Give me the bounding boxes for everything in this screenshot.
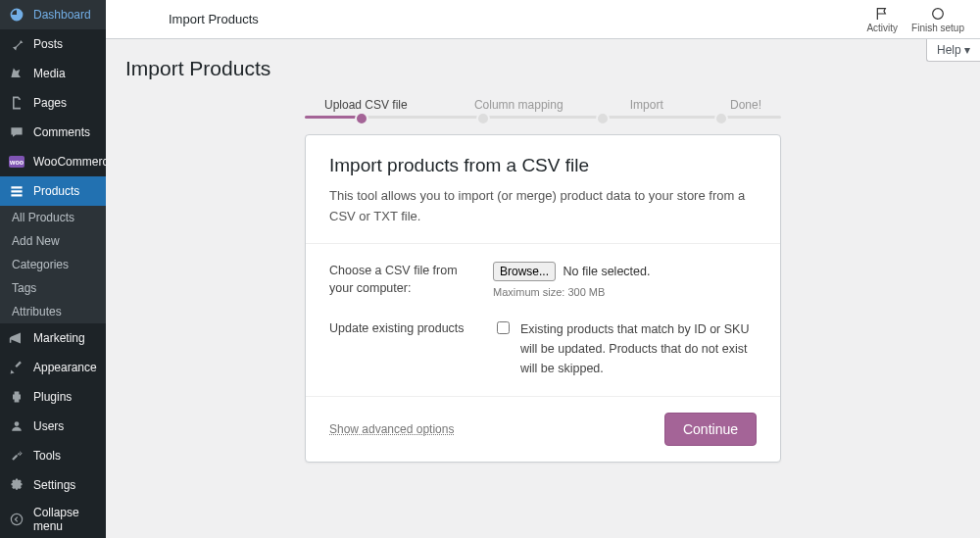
show-advanced-link[interactable]: Show advanced options [329, 422, 454, 436]
flag-icon [874, 6, 890, 22]
pages-icon [8, 94, 25, 112]
finish-setup-button[interactable]: Finish setup [911, 6, 964, 33]
sidebar-label: WooCommerce [33, 155, 115, 169]
sidebar-label: Tools [33, 449, 61, 463]
sidebar-item-woocommerce[interactable]: woo WooCommerce [0, 147, 106, 176]
sidebar-label: Pages [33, 96, 67, 110]
plugins-icon [8, 388, 25, 406]
sidebar-label: Posts [33, 37, 63, 51]
media-icon [8, 65, 25, 82]
choose-file-label: Choose a CSV file from your computer: [329, 262, 481, 299]
users-icon [8, 417, 25, 435]
sidebar-item-settings[interactable]: Settings [0, 470, 106, 500]
collapse-icon [8, 511, 25, 528]
products-submenu: All Products Add New Categories Tags Att… [0, 206, 106, 323]
submenu-add-new[interactable]: Add New [0, 229, 106, 253]
sidebar-label: Products [33, 184, 79, 198]
sidebar-label: Users [33, 419, 64, 433]
sidebar-label: Collapse menu [33, 506, 98, 533]
sidebar-item-tools[interactable]: Tools [0, 441, 106, 470]
marketing-icon [8, 329, 25, 347]
main-area: Import Products Activity Finish setup He… [106, 0, 980, 538]
step-dot-3 [596, 112, 610, 125]
appearance-icon [8, 359, 25, 376]
sidebar-label: Comments [33, 125, 90, 139]
settings-icon [8, 476, 25, 494]
circle-icon [930, 6, 946, 22]
update-existing-label: Update existing products [329, 319, 481, 378]
sidebar-item-users[interactable]: Users [0, 412, 106, 441]
sidebar-item-appearance[interactable]: Appearance [0, 353, 106, 382]
sidebar-label: Appearance [33, 361, 97, 374]
top-bar: Import Products Activity Finish setup [106, 0, 980, 39]
sidebar-label: Plugins [33, 390, 72, 404]
dashboard-icon [8, 6, 25, 24]
finish-label: Finish setup [911, 23, 964, 33]
activity-button[interactable]: Activity [866, 6, 898, 33]
file-status: No file selected. [564, 265, 651, 278]
step-4-label: Done! [730, 98, 761, 112]
sidebar-item-posts[interactable]: Posts [0, 29, 106, 59]
help-button[interactable]: Help ▾ [926, 39, 980, 62]
topbar-actions: Activity Finish setup [866, 6, 964, 33]
max-size-hint: Maximum size: 300 MB [493, 286, 757, 298]
sidebar-item-marketing[interactable]: Marketing [0, 323, 106, 353]
admin-sidebar: Dashboard Posts Media Pages Comments woo… [0, 0, 106, 538]
content-area: Help ▾ Import Products Upload CSV file C… [106, 39, 980, 482]
sidebar-label: Dashboard [33, 8, 91, 22]
submenu-tags[interactable]: Tags [0, 276, 106, 300]
submenu-attributes[interactable]: Attributes [0, 300, 106, 323]
card-title: Import products from a CSV file [329, 155, 757, 176]
activity-label: Activity [866, 23, 898, 33]
step-1-label: Upload CSV file [324, 98, 408, 112]
continue-button[interactable]: Continue [664, 413, 757, 446]
pin-icon [8, 35, 25, 53]
comments-icon [8, 123, 25, 141]
woocommerce-icon: woo [8, 153, 25, 171]
sidebar-collapse[interactable]: Collapse menu [0, 500, 106, 538]
sidebar-label: Settings [33, 478, 75, 492]
svg-point-0 [11, 514, 22, 524]
update-existing-checkbox[interactable] [497, 321, 510, 334]
submenu-categories[interactable]: Categories [0, 253, 106, 276]
sidebar-item-media[interactable]: Media [0, 59, 106, 88]
card-description: This tool allows you to import (or merge… [329, 186, 757, 227]
step-2-label: Column mapping [474, 98, 564, 112]
progress-stepper: Upload CSV file Column mapping Import Do… [305, 98, 781, 119]
submenu-all-products[interactable]: All Products [0, 206, 106, 229]
products-icon [8, 182, 25, 200]
sidebar-label: Marketing [33, 331, 85, 345]
step-3-label: Import [630, 98, 663, 112]
update-existing-description: Existing products that match by ID or SK… [520, 319, 757, 378]
sidebar-item-products[interactable]: Products [0, 176, 106, 206]
sidebar-item-pages[interactable]: Pages [0, 88, 106, 118]
import-card: Import products from a CSV file This too… [305, 134, 781, 463]
step-dot-4 [714, 112, 728, 125]
sidebar-item-dashboard[interactable]: Dashboard [0, 0, 106, 29]
sidebar-item-plugins[interactable]: Plugins [0, 382, 106, 412]
step-dot-2 [476, 112, 490, 125]
browse-button[interactable]: Browse... [493, 262, 556, 281]
svg-point-1 [933, 8, 944, 19]
step-dot-1 [355, 112, 368, 125]
topbar-title: Import Products [169, 12, 866, 26]
sidebar-label: Media [33, 67, 66, 80]
tools-icon [8, 447, 25, 465]
sidebar-item-comments[interactable]: Comments [0, 118, 106, 147]
page-title: Import Products [125, 57, 960, 80]
